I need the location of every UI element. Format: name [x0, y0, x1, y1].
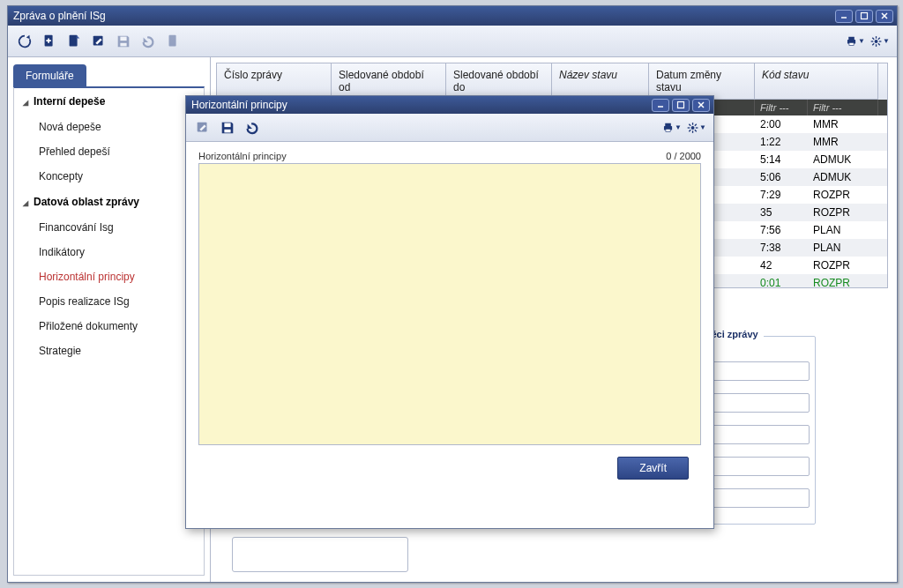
svg-rect-25: [678, 102, 684, 108]
svg-rect-1: [862, 13, 868, 19]
nav-item-strategie[interactable]: Strategie: [14, 339, 204, 363]
save-icon[interactable]: [114, 32, 133, 51]
col-datum-zmeny[interactable]: Datum změny stavu: [649, 63, 755, 100]
svg-line-23: [878, 37, 880, 39]
sidebar-nav: Interní depeše Nová depeše Přehled depeš…: [13, 86, 205, 576]
nav-group-datova-oblast[interactable]: Datová oblast zprávy: [14, 189, 204, 215]
nav-item-nova-depese[interactable]: Nová depeše: [14, 115, 204, 139]
grid-header-row: Číslo zprávy Sledované období od Sledova…: [217, 63, 887, 100]
svg-line-39: [689, 123, 690, 125]
svg-rect-14: [849, 42, 854, 45]
svg-rect-10: [120, 42, 126, 46]
bottom-left-box: [232, 537, 408, 572]
col-cislo-zpravy[interactable]: Číslo zprávy: [217, 63, 332, 100]
col-obdobi-do[interactable]: Sledované období do: [446, 63, 552, 100]
dialog-close-button[interactable]: [692, 99, 710, 112]
svg-rect-29: [224, 123, 230, 127]
close-button[interactable]: [876, 10, 893, 23]
window-title: Zpráva o plnění ISg: [13, 10, 106, 22]
open-icon[interactable]: [64, 32, 84, 51]
dialog-save-icon[interactable]: [218, 118, 237, 138]
gear-icon[interactable]: ▼: [870, 32, 890, 51]
sidebar-tab[interactable]: Formuláře: [13, 64, 86, 87]
nav-item-prilozene-dokumenty[interactable]: Přiložené dokumenty: [14, 314, 204, 339]
dialog-horizontalni-principy: Horizontální principy ▼ ▼ Horizontální p…: [185, 95, 714, 529]
nav-group-interni-depese[interactable]: Interní depeše: [14, 88, 204, 115]
print-icon[interactable]: ▼: [846, 32, 865, 51]
dialog-zavrit-button[interactable]: Zavřít: [617, 457, 689, 480]
sidebar: Formuláře Interní depeše Nová depeše Pře…: [8, 57, 211, 582]
dialog-edit-icon[interactable]: [193, 118, 213, 138]
filter-kod2[interactable]: Filtr ---: [808, 100, 878, 115]
svg-rect-30: [224, 129, 230, 132]
nav-item-indikatory[interactable]: Indikátory: [14, 240, 204, 264]
nav-item-koncepty[interactable]: Koncepty: [14, 164, 204, 189]
nav-item-financovani[interactable]: Financování Isg: [14, 215, 204, 240]
svg-rect-12: [848, 36, 854, 39]
dialog-body: Horizontální principy 0 / 2000 Zavřít: [186, 142, 713, 490]
col-kod-stavu[interactable]: Kód stavu: [755, 63, 878, 100]
horizontalni-principy-textarea[interactable]: [198, 163, 701, 445]
dialog-toolbar: ▼ ▼: [186, 114, 713, 142]
refresh-icon[interactable]: [15, 32, 34, 51]
svg-rect-7: [70, 34, 78, 46]
minimize-button[interactable]: [835, 10, 853, 23]
svg-rect-9: [120, 36, 126, 41]
dialog-minimize-button[interactable]: [652, 99, 669, 112]
svg-rect-33: [666, 129, 670, 131]
nav-item-popis-realizace[interactable]: Popis realizace ISg: [14, 289, 204, 314]
svg-rect-31: [665, 123, 671, 125]
svg-line-41: [689, 130, 690, 131]
svg-line-40: [695, 130, 697, 131]
edit-icon[interactable]: [89, 32, 108, 51]
svg-rect-8: [93, 35, 103, 45]
window-controls: [835, 10, 893, 23]
svg-line-22: [872, 43, 874, 45]
svg-line-20: [872, 37, 874, 39]
main-toolbar: ▼ ▼: [8, 26, 897, 57]
new-doc-icon[interactable]: [40, 32, 59, 51]
dialog-gear-icon[interactable]: ▼: [687, 118, 706, 138]
svg-line-42: [695, 123, 697, 125]
undo-icon[interactable]: [138, 32, 158, 51]
dialog-field-label: Horizontální principy: [198, 151, 287, 161]
main-titlebar: Zpráva o plnění ISg: [8, 6, 897, 26]
dialog-char-counter: 0 / 2000: [666, 151, 701, 161]
dialog-title: Horizontální principy: [191, 99, 287, 111]
maximize-button[interactable]: [855, 10, 873, 23]
dialog-undo-icon[interactable]: [243, 118, 262, 138]
svg-line-21: [878, 43, 880, 45]
col-nazev-stavu[interactable]: Název stavu: [552, 63, 649, 100]
nav-item-horizontalni-principy[interactable]: Horizontální principy: [14, 264, 204, 289]
document-icon[interactable]: [163, 32, 183, 51]
dialog-titlebar: Horizontální principy: [186, 96, 713, 114]
svg-point-15: [875, 40, 878, 43]
dialog-maximize-button[interactable]: [672, 99, 690, 112]
svg-rect-11: [169, 34, 176, 46]
dialog-print-icon[interactable]: ▼: [662, 118, 682, 138]
col-obdobi-od[interactable]: Sledované období od: [332, 63, 446, 100]
nav-item-prehled-depesi[interactable]: Přehled depeší: [14, 139, 204, 164]
svg-point-34: [691, 126, 695, 130]
filter-kod1[interactable]: Filtr ---: [755, 100, 808, 115]
